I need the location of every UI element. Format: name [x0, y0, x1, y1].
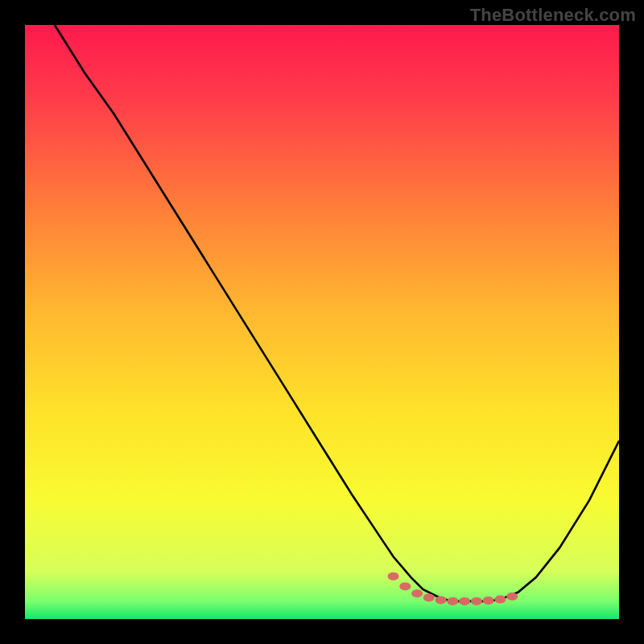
plot-area — [25, 25, 619, 619]
chart-frame: TheBottleneck.com — [0, 0, 644, 644]
bottleneck-curve — [55, 25, 619, 601]
marker-dot — [436, 596, 447, 604]
marker-dot — [423, 593, 435, 601]
marker-dot — [399, 582, 411, 590]
marker-dot — [388, 572, 399, 580]
marker-dot — [506, 592, 518, 601]
curve-layer — [25, 25, 619, 619]
marker-dot — [447, 597, 458, 605]
marker-dot — [471, 597, 482, 605]
marker-dot — [459, 597, 470, 605]
curve-markers — [388, 572, 518, 605]
marker-dot — [411, 589, 423, 597]
watermark-text: TheBottleneck.com — [470, 5, 636, 26]
marker-dot — [483, 597, 494, 605]
marker-dot — [494, 596, 506, 604]
